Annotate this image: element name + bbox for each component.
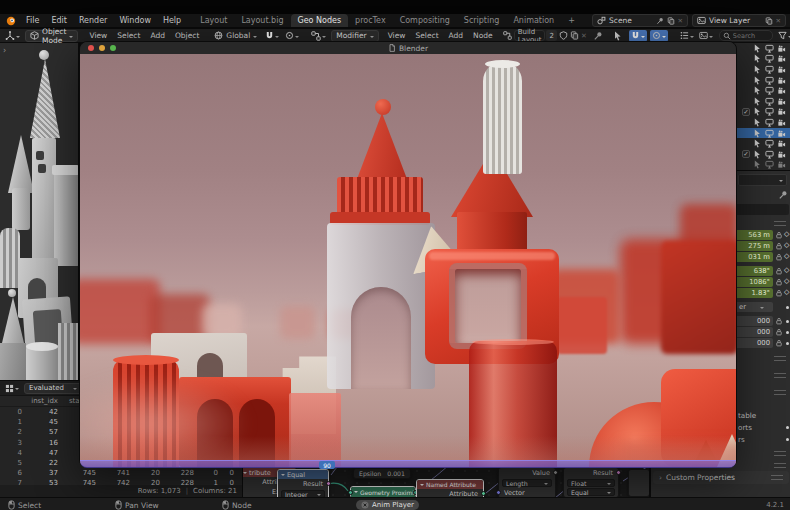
properties-nav-dropdown[interactable]: [738, 174, 787, 186]
pointer-icon[interactable]: [753, 44, 762, 53]
keyframe-diamond-icon[interactable]: ◇: [784, 252, 789, 260]
camera-icon[interactable]: [777, 139, 786, 148]
keyframe-diamond-icon[interactable]: ◇: [784, 241, 789, 249]
pointer-icon[interactable]: [753, 129, 762, 138]
animate-dot[interactable]: [786, 331, 789, 334]
viewport-3d-left[interactable]: ›: [0, 43, 79, 380]
camera-icon[interactable]: [777, 54, 786, 63]
node-geometry-proximity[interactable]: Geometry Proximity: [350, 486, 416, 497]
socket[interactable]: [326, 481, 331, 486]
camera-icon[interactable]: [777, 160, 786, 169]
menu-3d-select[interactable]: Select: [112, 31, 145, 40]
tab-proctex[interactable]: procTex: [348, 14, 393, 27]
monitor-icon[interactable]: [765, 76, 774, 85]
panel-handle[interactable]: [774, 463, 786, 468]
menu-3d-add[interactable]: Add: [145, 31, 170, 40]
overlay-toggle[interactable]: [650, 30, 668, 42]
menu-node-node[interactable]: Node: [468, 31, 498, 40]
menu-file[interactable]: File: [20, 16, 45, 25]
monitor-icon[interactable]: [765, 97, 774, 106]
outliner-search[interactable]: [719, 30, 773, 41]
proportional-edit-toggle[interactable]: [283, 30, 301, 42]
editor-type-node-button[interactable]: [309, 30, 328, 42]
keyframe-diamond-icon[interactable]: ◇: [784, 266, 789, 274]
menu-3d-object[interactable]: Object: [170, 31, 204, 40]
camera-icon[interactable]: [777, 44, 786, 53]
editor-type-spreadsheet-button[interactable]: [3, 382, 21, 394]
tab-geo-nodes[interactable]: Geo Nodes: [291, 14, 349, 27]
transform-arrow-icon[interactable]: [613, 31, 623, 41]
frame-marker[interactable]: 90: [319, 461, 335, 469]
orientation-select[interactable]: Global: [212, 30, 259, 42]
node-value-field[interactable]: Epsilon0.001: [354, 469, 410, 478]
menu-help[interactable]: Help: [157, 16, 187, 25]
lock-icon[interactable]: [775, 328, 783, 336]
new-scene-icon[interactable]: [667, 17, 675, 25]
panel-handle[interactable]: [774, 390, 786, 395]
pointer-icon[interactable]: [753, 150, 762, 159]
window-titlebar[interactable]: Blender: [80, 42, 736, 54]
users-count-button[interactable]: 2: [546, 30, 556, 41]
dataset-select[interactable]: Evaluated: [24, 383, 82, 394]
socket[interactable]: [553, 470, 558, 475]
pointer-icon[interactable]: [753, 86, 762, 95]
tab-scripting[interactable]: Scripting: [457, 14, 507, 27]
render-window[interactable]: Blender: [79, 41, 737, 468]
socket[interactable]: [496, 490, 501, 495]
lock-icon[interactable]: [775, 339, 783, 347]
pin-icon[interactable]: [656, 17, 664, 25]
menu-3d-view[interactable]: View: [84, 31, 112, 40]
custom-properties-panel[interactable]: › Custom Properties: [653, 471, 789, 484]
monitor-icon[interactable]: [765, 160, 774, 169]
pin-properties-icon[interactable]: [778, 190, 788, 200]
camera-icon[interactable]: [777, 86, 786, 95]
unlink-tree-icon[interactable]: ✕: [581, 32, 587, 40]
object-mode-select[interactable]: Object Mode: [25, 30, 78, 42]
monitor-icon[interactable]: [765, 44, 774, 53]
camera-icon[interactable]: [777, 129, 786, 138]
checkbox[interactable]: ✓: [742, 150, 750, 158]
fake-user-shield-icon[interactable]: [559, 31, 568, 40]
pointer-icon[interactable]: [753, 76, 762, 85]
monitor-icon[interactable]: [765, 129, 774, 138]
lock-icon[interactable]: [775, 267, 783, 275]
outliner-collection-icon[interactable]: [697, 30, 715, 42]
animate-dot[interactable]: [786, 438, 789, 441]
new-tree-icon[interactable]: [570, 31, 579, 40]
pointer-icon[interactable]: [753, 139, 762, 148]
monitor-icon[interactable]: [765, 150, 774, 159]
search-input[interactable]: [733, 32, 769, 40]
lock-icon[interactable]: [775, 253, 783, 261]
scene-selector[interactable]: Scene ✕: [592, 14, 688, 27]
panel-handle[interactable]: [771, 475, 783, 480]
pointer-icon[interactable]: [753, 107, 762, 116]
node-snap-toggle[interactable]: [629, 30, 647, 42]
node-tree-type-select[interactable]: Modifier: [331, 30, 378, 42]
lock-icon[interactable]: [775, 242, 783, 250]
monitor-icon[interactable]: [765, 107, 774, 116]
monitor-icon[interactable]: [765, 65, 774, 74]
pin-tree-icon[interactable]: [593, 31, 603, 41]
pointer-icon[interactable]: [753, 65, 762, 74]
menu-window[interactable]: Window: [113, 16, 157, 25]
checkbox[interactable]: ✓: [742, 108, 750, 116]
camera-icon[interactable]: [777, 107, 786, 116]
frame-slider[interactable]: 90: [80, 460, 736, 468]
tab-layout-big[interactable]: Layout.big: [234, 14, 290, 27]
tab-compositing[interactable]: Compositing: [393, 14, 457, 27]
pointer-icon[interactable]: [753, 160, 762, 169]
tab-add-workspace[interactable]: +: [561, 14, 582, 27]
toggle-renders-label[interactable]: rs: [738, 435, 745, 444]
node-header[interactable]: Equal: [278, 470, 328, 479]
monitor-icon[interactable]: [765, 86, 774, 95]
camera-icon[interactable]: [777, 97, 786, 106]
monitor-icon[interactable]: [765, 54, 774, 63]
lock-icon[interactable]: [775, 317, 783, 325]
lock-icon[interactable]: [775, 278, 783, 286]
remove-layer-icon[interactable]: ✕: [776, 17, 781, 25]
node-partial[interactable]: [628, 469, 650, 497]
lock-icon[interactable]: [775, 289, 783, 297]
blender-logo-icon[interactable]: [6, 16, 16, 26]
new-layer-icon[interactable]: [765, 17, 773, 25]
socket[interactable]: [481, 491, 486, 496]
